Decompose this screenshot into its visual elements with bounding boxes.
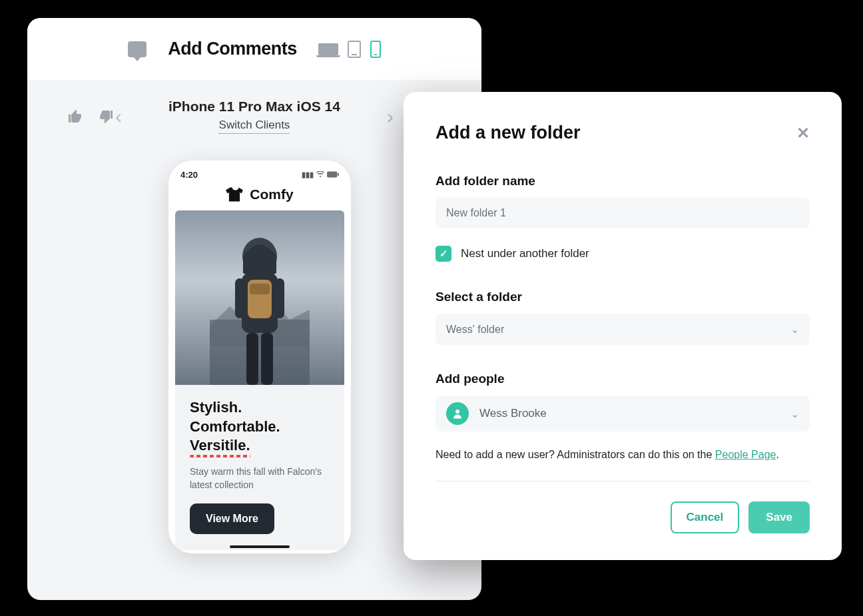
- feedback-thumbs: [67, 109, 114, 125]
- headline-1: Stylish.: [190, 398, 330, 418]
- thumb-down-icon[interactable]: [98, 109, 114, 125]
- hiker-illustration: [210, 226, 310, 385]
- product-description: Stay warm this fall with Falcon's latest…: [190, 465, 330, 492]
- checkbox-checked-icon[interactable]: ✓: [435, 246, 451, 262]
- product-image: [175, 210, 344, 385]
- nest-label: Nest under another folder: [461, 247, 589, 260]
- product-card: Stylish. Comfortable. Versitile. Stay wa…: [175, 210, 344, 550]
- headline-3: Versitile.: [190, 436, 330, 456]
- phone-time: 4:20: [180, 170, 198, 180]
- tablet-icon[interactable]: [348, 41, 361, 58]
- top-bar: Add Comments: [27, 18, 481, 80]
- product-text: Stylish. Comfortable. Versitile. Stay wa…: [175, 385, 344, 550]
- folder-name-label: Add folder name: [435, 174, 810, 188]
- client-switcher: ‹ iPhone 11 Pro Max iOS 14 Switch Client…: [114, 99, 395, 134]
- chevron-left-icon[interactable]: ‹: [115, 105, 122, 128]
- svg-rect-7: [250, 284, 270, 294]
- svg-rect-1: [338, 173, 339, 176]
- wifi-icon: [316, 171, 324, 179]
- svg-rect-9: [261, 333, 273, 385]
- svg-rect-0: [327, 171, 337, 177]
- cancel-button[interactable]: Cancel: [671, 501, 740, 533]
- svg-rect-10: [235, 278, 244, 318]
- people-select[interactable]: Wess Brooke ⌄: [435, 396, 810, 432]
- page-title: Add Comments: [168, 39, 297, 59]
- headline-2: Comfortable.: [190, 418, 330, 437]
- chevron-down-icon: ⌄: [790, 323, 799, 336]
- svg-rect-11: [275, 278, 284, 318]
- nest-checkbox-row[interactable]: ✓ Nest under another folder: [435, 246, 810, 262]
- device-selector: [318, 41, 381, 58]
- battery-icon: [327, 171, 339, 179]
- status-indicators: ▮▮▮: [302, 170, 339, 180]
- chevron-down-icon: ⌄: [790, 408, 799, 420]
- helper-prefix: Need to add a new user? Administrators c…: [435, 449, 715, 460]
- selected-person-name: Wess Brooke: [479, 407, 547, 420]
- app-header: Comfy: [168, 184, 351, 210]
- tshirt-icon: [226, 187, 243, 202]
- brand-name: Comfy: [250, 186, 293, 202]
- laptop-icon[interactable]: [318, 43, 338, 55]
- people-page-link[interactable]: People Page: [715, 449, 776, 460]
- helper-text: Need to add a new user? Administrators c…: [435, 449, 810, 481]
- avatar-icon: [446, 402, 469, 425]
- add-folder-modal: Add a new folder ✕ Add folder name ✓ Nes…: [404, 92, 842, 560]
- add-people-label: Add people: [435, 372, 810, 386]
- select-folder-label: Select a folder: [435, 290, 810, 304]
- comment-icon[interactable]: [128, 41, 146, 57]
- close-icon[interactable]: ✕: [796, 124, 810, 143]
- phone-status-bar: 4:20 ▮▮▮: [168, 160, 351, 184]
- modal-footer: Cancel Save: [435, 501, 810, 533]
- helper-suffix: .: [776, 449, 778, 460]
- modal-title: Add a new folder: [435, 123, 581, 143]
- mobile-icon[interactable]: [370, 41, 381, 58]
- thumb-up-icon[interactable]: [67, 109, 83, 125]
- switch-clients-link[interactable]: Switch Clients: [219, 119, 290, 134]
- client-info: iPhone 11 Pro Max iOS 14 Switch Clients: [168, 99, 340, 134]
- person-chip: Wess Brooke: [446, 402, 547, 425]
- save-button[interactable]: Save: [748, 501, 810, 533]
- home-indicator: [230, 545, 290, 548]
- selected-folder-value: Wess' folder: [446, 324, 504, 336]
- modal-header: Add a new folder ✕: [435, 123, 810, 143]
- chevron-right-icon[interactable]: ›: [387, 105, 394, 128]
- folder-name-input[interactable]: [435, 198, 810, 228]
- view-more-button[interactable]: View More: [190, 503, 274, 534]
- svg-point-12: [455, 410, 459, 414]
- signal-icon: ▮▮▮: [302, 170, 314, 179]
- phone-preview: 4:20 ▮▮▮ Comfy: [168, 160, 351, 553]
- svg-rect-8: [246, 333, 258, 385]
- device-name: iPhone 11 Pro Max iOS 14: [168, 99, 340, 115]
- typo-underline: Versitile.: [190, 436, 250, 456]
- folder-select[interactable]: Wess' folder ⌄: [435, 314, 810, 345]
